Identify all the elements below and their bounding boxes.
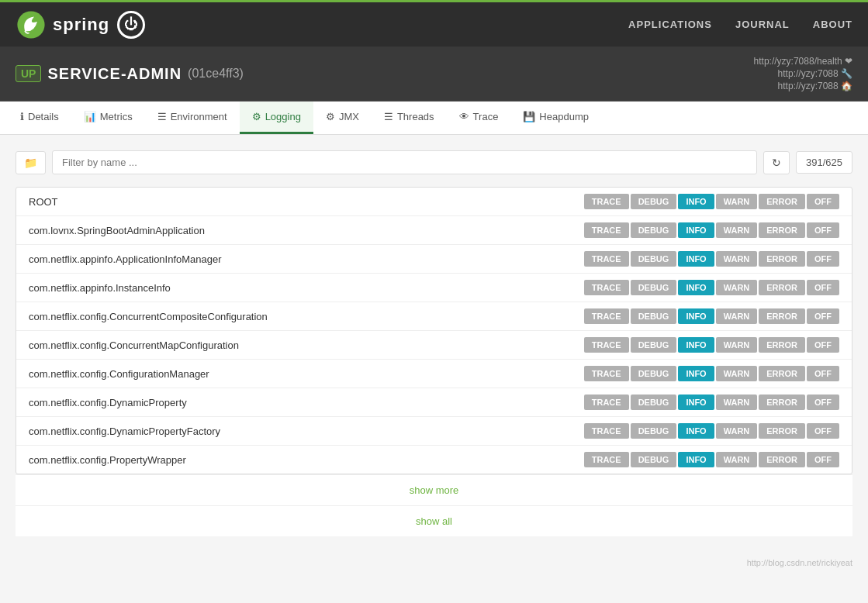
tab-bar: ℹ Details 📊 Metrics ☰ Environment ⚙ Logg… [0,102,868,135]
nav-applications[interactable]: APPLICATIONS [628,19,712,30]
log-btn-error[interactable]: ERROR [759,222,805,238]
log-btn-debug[interactable]: DEBUG [631,423,677,439]
show-all-link[interactable]: show all [16,505,852,536]
log-level-buttons: TRACEDEBUGINFOWARNERROROFF [584,395,839,410]
table-row: com.netflix.config.ConfigurationManagerT… [16,360,852,388]
log-btn-trace[interactable]: TRACE [584,222,629,238]
log-btn-error[interactable]: ERROR [759,337,805,353]
table-row: ROOTTRACEDEBUGINFOWARNERROROFF [16,188,852,216]
log-btn-warn[interactable]: WARN [716,337,758,353]
log-btn-info[interactable]: INFO [678,423,714,439]
log-btn-error[interactable]: ERROR [759,366,805,381]
log-btn-info[interactable]: INFO [678,395,714,410]
log-btn-warn[interactable]: WARN [716,308,758,324]
log-btn-info[interactable]: INFO [678,251,714,267]
log-btn-off[interactable]: OFF [807,251,839,267]
logger-name: com.netflix.config.PropertyWrapper [29,454,584,466]
log-btn-trace[interactable]: TRACE [584,337,629,353]
log-btn-off[interactable]: OFF [807,194,839,209]
log-btn-error[interactable]: ERROR [759,452,805,467]
log-btn-error[interactable]: ERROR [759,251,805,267]
log-btn-info[interactable]: INFO [678,222,714,238]
log-btn-info[interactable]: INFO [678,366,714,381]
nav-journal[interactable]: JOURNAL [735,19,790,30]
folder-button[interactable]: 📁 [16,151,46,174]
log-btn-warn[interactable]: WARN [716,395,758,410]
log-btn-trace[interactable]: TRACE [584,366,629,381]
tab-jmx[interactable]: ⚙ JMX [313,102,372,134]
log-btn-trace[interactable]: TRACE [584,423,629,439]
footer-watermark: http://blog.csdn.net/rickiyeat [0,552,868,574]
log-btn-debug[interactable]: DEBUG [631,194,677,209]
log-btn-trace[interactable]: TRACE [584,308,629,324]
log-btn-warn[interactable]: WARN [716,452,758,467]
log-btn-debug[interactable]: DEBUG [631,366,677,381]
log-btn-warn[interactable]: WARN [716,423,758,439]
logger-name: com.netflix.config.ConcurrentCompositeCo… [29,311,584,322]
tab-metrics[interactable]: 📊 Metrics [71,102,145,134]
main-nav: APPLICATIONS JOURNAL ABOUT [628,19,852,30]
log-btn-warn[interactable]: WARN [716,280,758,295]
header: spring ⏻ APPLICATIONS JOURNAL ABOUT [0,0,868,47]
refresh-button[interactable]: ↻ [763,151,790,174]
log-btn-off[interactable]: OFF [807,222,839,238]
threads-icon: ☰ [384,111,393,122]
log-btn-trace[interactable]: TRACE [584,251,629,267]
jmx-icon: ⚙ [326,111,335,122]
log-btn-warn[interactable]: WARN [716,194,758,209]
log-btn-trace[interactable]: TRACE [584,395,629,410]
log-btn-debug[interactable]: DEBUG [631,222,677,238]
show-more-link[interactable]: show more [16,474,852,505]
log-btn-off[interactable]: OFF [807,280,839,295]
environment-icon: ☰ [157,111,167,122]
log-btn-warn[interactable]: WARN [716,251,758,267]
log-btn-off[interactable]: OFF [807,308,839,324]
log-btn-off[interactable]: OFF [807,366,839,381]
logger-table: ROOTTRACEDEBUGINFOWARNERROROFFcom.lovnx.… [16,187,852,474]
log-btn-error[interactable]: ERROR [759,395,805,410]
table-row: com.netflix.config.ConcurrentCompositeCo… [16,302,852,331]
spring-leaf-icon [16,9,47,40]
tab-details[interactable]: ℹ Details [8,102,71,134]
log-btn-error[interactable]: ERROR [759,194,805,209]
log-btn-info[interactable]: INFO [678,308,714,324]
log-btn-debug[interactable]: DEBUG [631,395,677,410]
log-btn-info[interactable]: INFO [678,280,714,295]
service-link-health[interactable]: http://yzy:7088/health ❤ [754,56,852,67]
log-btn-off[interactable]: OFF [807,337,839,353]
log-btn-warn[interactable]: WARN [716,366,758,381]
log-btn-off[interactable]: OFF [807,423,839,439]
service-link-home[interactable]: http://yzy:7088 🏠 [778,81,852,91]
log-btn-info[interactable]: INFO [678,337,714,353]
log-btn-info[interactable]: INFO [678,452,714,467]
log-btn-warn[interactable]: WARN [716,222,758,238]
log-btn-off[interactable]: OFF [807,395,839,410]
log-btn-error[interactable]: ERROR [759,308,805,324]
logger-name: com.lovnx.SpringBootAdminApplication [29,225,584,236]
tab-environment[interactable]: ☰ Environment [145,102,240,134]
log-btn-debug[interactable]: DEBUG [631,251,677,267]
table-row: com.netflix.appinfo.InstanceInfoTRACEDEB… [16,274,852,302]
log-btn-error[interactable]: ERROR [759,423,805,439]
tab-trace[interactable]: 👁 Trace [447,102,511,134]
log-btn-trace[interactable]: TRACE [584,452,629,467]
log-btn-debug[interactable]: DEBUG [631,308,677,324]
log-level-buttons: TRACEDEBUGINFOWARNERROROFF [584,194,839,209]
service-links: http://yzy:7088/health ❤ http://yzy:7088… [754,56,852,91]
log-btn-trace[interactable]: TRACE [584,280,629,295]
log-btn-info[interactable]: INFO [678,194,714,209]
log-btn-error[interactable]: ERROR [759,280,805,295]
log-btn-trace[interactable]: TRACE [584,194,629,209]
log-btn-debug[interactable]: DEBUG [631,452,677,467]
log-level-buttons: TRACEDEBUGINFOWARNERROROFF [584,423,839,439]
service-link-wrench[interactable]: http://yzy:7088 🔧 [778,68,852,79]
nav-about[interactable]: ABOUT [813,19,852,30]
log-btn-debug[interactable]: DEBUG [631,337,677,353]
tab-logging[interactable]: ⚙ Logging [240,102,313,134]
filter-input[interactable] [52,150,757,174]
log-level-buttons: TRACEDEBUGINFOWARNERROROFF [584,222,839,238]
tab-heapdump[interactable]: 💾 Heapdump [510,102,601,134]
tab-threads[interactable]: ☰ Threads [372,102,447,134]
log-btn-debug[interactable]: DEBUG [631,280,677,295]
log-btn-off[interactable]: OFF [807,452,839,467]
